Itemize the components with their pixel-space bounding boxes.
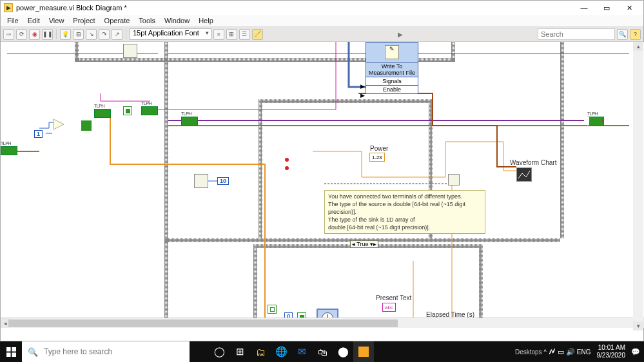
menu-file[interactable]: File — [3, 16, 23, 25]
labview-app-icon: ▶ — [4, 3, 13, 12]
svg-marker-2 — [54, 119, 64, 129]
store-icon[interactable]: 🛍 — [312, 341, 333, 362]
boolean-constant[interactable] — [268, 305, 277, 314]
minimize-button[interactable]: — — [573, 1, 595, 14]
case-border — [479, 244, 483, 328]
desktops-label[interactable]: Desktops — [515, 348, 542, 356]
retain-wire-vals-button[interactable]: ⊟ — [73, 29, 84, 40]
highlight-exec-button[interactable]: 💡 — [60, 29, 71, 40]
step-over-button[interactable]: ↷ — [99, 29, 110, 40]
cortana-icon[interactable]: ◯ — [209, 341, 229, 362]
menu-project[interactable]: Project — [69, 16, 99, 25]
reorder-button[interactable]: ☰ — [239, 29, 250, 40]
vertical-scrollbar[interactable]: ▴ ▾ — [633, 42, 643, 330]
chrome-icon[interactable]: ⬤ — [333, 341, 353, 362]
window-title: power_measure.vi Block Diagram * — [16, 4, 573, 12]
abort-button[interactable]: ◉ — [29, 29, 40, 40]
tray-expand-icon[interactable]: ^ — [544, 348, 547, 355]
network-tray-icon[interactable]: ▭ — [558, 348, 564, 356]
error-line: The type of the source is double [64-bit… — [328, 200, 482, 216]
shift-register-left[interactable] — [181, 117, 198, 126]
clock-time: 10:01 AM — [597, 344, 626, 352]
express-terminal-signals[interactable]: Signals — [366, 77, 418, 85]
error-line: You have connected two terminals of diff… — [328, 193, 482, 200]
distribute-button[interactable]: ⊞ — [226, 29, 237, 40]
numeric-constant-one[interactable]: 1 — [34, 130, 43, 138]
menu-edit[interactable]: Edit — [24, 16, 44, 25]
menu-tools[interactable]: Tools — [135, 16, 159, 25]
search-go-icon[interactable]: 🔍 — [617, 29, 628, 40]
step-into-button[interactable]: ↘ — [86, 29, 97, 40]
scroll-down-arrow[interactable]: ▾ — [633, 321, 643, 330]
svg-rect-5 — [6, 352, 11, 357]
search-icon: 🔍 — [22, 347, 44, 357]
language-indicator[interactable]: ENG — [577, 348, 591, 356]
context-help-button[interactable]: ? — [630, 29, 641, 40]
comparison-node[interactable] — [52, 118, 65, 131]
subvi-icon[interactable] — [123, 44, 137, 58]
font-select[interactable]: 15pt Application Font — [130, 28, 211, 40]
shift-register-left[interactable] — [141, 106, 158, 115]
power-label: Power — [370, 145, 388, 152]
svg-point-0 — [285, 158, 289, 162]
edge-icon[interactable]: 🌐 — [271, 341, 291, 362]
clock-date: 9/23/2020 — [597, 352, 626, 359]
pencil-file-icon: ✎ — [385, 45, 399, 59]
write-to-measurement-file-vi[interactable]: ✎ Write To Measurement File Signals Enab… — [366, 42, 418, 94]
scroll-up-arrow[interactable]: ▴ — [633, 42, 643, 51]
power-tray-icon[interactable]: 🗲 — [549, 348, 556, 356]
scrollbar-thumb[interactable] — [8, 319, 398, 327]
mail-icon[interactable]: ✉ — [291, 341, 312, 362]
cleanup-button[interactable]: 🧹 — [252, 29, 263, 40]
taskbar-search[interactable]: 🔍 — [22, 341, 190, 362]
tunnel-label: TLPH — [587, 111, 598, 116]
align-button[interactable]: ≡ — [213, 29, 224, 40]
loop-border — [259, 99, 433, 103]
menu-operate[interactable]: Operate — [101, 16, 134, 25]
waveform-chart-terminal[interactable] — [516, 167, 532, 182]
build-array-node[interactable] — [448, 174, 460, 186]
tunnel-label: TLPH — [141, 101, 151, 106]
loop-tunnel[interactable] — [81, 120, 92, 131]
horizontal-scrollbar[interactable]: ◂ ▸ — [1, 318, 644, 328]
labview-taskbar-icon[interactable] — [353, 341, 374, 362]
task-view-icon[interactable]: ⊞ — [229, 341, 250, 362]
broken-wire[interactable] — [324, 184, 447, 184]
close-button[interactable]: ✕ — [618, 1, 640, 14]
svg-rect-3 — [6, 347, 11, 352]
express-terminal-enable[interactable]: Enable — [366, 85, 418, 93]
svg-point-1 — [285, 166, 289, 170]
search-input[interactable] — [538, 28, 615, 40]
taskbar-search-input[interactable] — [44, 347, 179, 356]
tunnel-label: TLPH — [1, 141, 11, 146]
present-text-indicator[interactable]: abc — [382, 303, 396, 312]
toolbar-separator — [126, 29, 126, 39]
notifications-icon[interactable]: 💬 — [631, 348, 640, 356]
maximize-button[interactable]: ▭ — [596, 1, 618, 14]
volume-tray-icon[interactable]: 🔊 — [566, 348, 575, 356]
menu-window[interactable]: Window — [161, 16, 193, 25]
menu-view[interactable]: View — [45, 16, 68, 25]
express-vi-title: Write To Measurement File — [366, 62, 418, 77]
run-button[interactable]: ⇨ — [3, 29, 14, 40]
start-button[interactable] — [0, 341, 22, 362]
menu-help[interactable]: Help — [195, 16, 217, 25]
shift-register-left[interactable] — [1, 146, 17, 155]
search-prefix: ▶ — [398, 31, 403, 38]
iteration-terminal[interactable] — [194, 174, 208, 188]
loop-border — [164, 42, 168, 328]
block-diagram-canvas[interactable]: TLPH TLPH TLPH TLPH TLPH ✕ 1 10 0 — [1, 42, 644, 328]
power-indicator[interactable]: 1.23 — [369, 153, 385, 162]
run-continuous-button[interactable]: ⟳ — [16, 29, 27, 40]
boolean-constant-true[interactable] — [123, 106, 132, 115]
wires-layer — [1, 42, 644, 328]
file-explorer-icon[interactable]: 🗂 — [250, 341, 271, 362]
toolbar-separator — [56, 29, 57, 39]
taskbar-clock[interactable]: 10:01 AM 9/23/2020 — [593, 344, 630, 359]
numeric-constant-ten[interactable]: 10 — [217, 177, 229, 185]
case-selector[interactable]: ◂ True ▾▸ — [350, 240, 378, 248]
step-out-button[interactable]: ↗ — [112, 29, 122, 40]
pause-button[interactable]: ❚❚ — [42, 29, 53, 40]
error-line: double [64-bit real (~15 digit precision… — [328, 224, 482, 231]
shift-register-left[interactable] — [94, 109, 111, 118]
